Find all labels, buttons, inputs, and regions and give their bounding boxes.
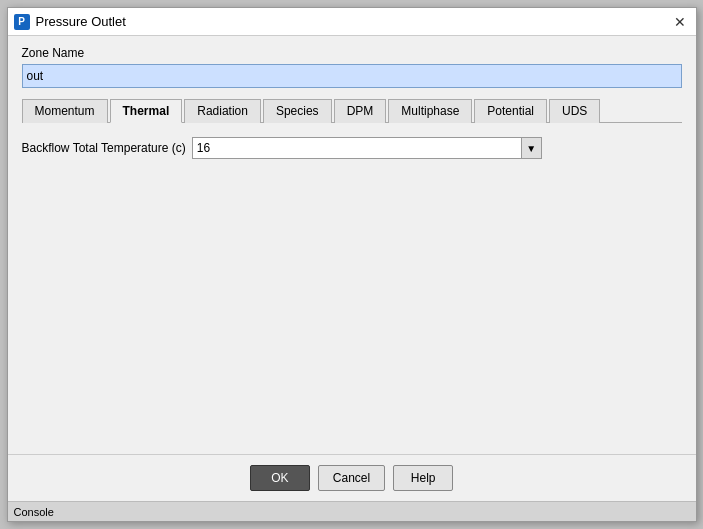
tab-potential[interactable]: Potential xyxy=(474,99,547,123)
backflow-temperature-row: Backflow Total Temperature (c) ▼ xyxy=(22,137,682,159)
tab-dpm[interactable]: DPM xyxy=(334,99,387,123)
tab-species[interactable]: Species xyxy=(263,99,332,123)
zone-name-label: Zone Name xyxy=(22,46,682,60)
dialog-icon: P xyxy=(14,14,30,30)
title-bar-left: P Pressure Outlet xyxy=(14,14,126,30)
close-button[interactable]: ✕ xyxy=(670,12,690,32)
title-bar: P Pressure Outlet ✕ xyxy=(8,8,696,36)
tab-thermal[interactable]: Thermal xyxy=(110,99,183,123)
tab-radiation[interactable]: Radiation xyxy=(184,99,261,123)
backflow-temperature-label: Backflow Total Temperature (c) xyxy=(22,141,186,155)
ok-button[interactable]: OK xyxy=(250,465,310,491)
backflow-temperature-input[interactable] xyxy=(192,137,522,159)
dialog-footer: OK Cancel Help xyxy=(8,454,696,501)
dialog-body: Zone Name Momentum Thermal Radiation Spe… xyxy=(8,36,696,454)
tab-multiphase[interactable]: Multiphase xyxy=(388,99,472,123)
tab-momentum[interactable]: Momentum xyxy=(22,99,108,123)
backflow-temperature-input-wrapper: ▼ xyxy=(192,137,682,159)
cancel-button[interactable]: Cancel xyxy=(318,465,385,491)
zone-name-input[interactable] xyxy=(22,64,682,88)
bottom-bar-label: Console xyxy=(14,506,54,518)
content-area xyxy=(22,159,682,444)
dialog-title: Pressure Outlet xyxy=(36,14,126,29)
tab-uds[interactable]: UDS xyxy=(549,99,600,123)
pressure-outlet-dialog: P Pressure Outlet ✕ Zone Name Momentum T… xyxy=(7,7,697,522)
backflow-temperature-dropdown[interactable]: ▼ xyxy=(522,137,542,159)
tab-bar: Momentum Thermal Radiation Species DPM M… xyxy=(22,98,682,123)
bottom-bar: Console xyxy=(8,501,696,521)
help-button[interactable]: Help xyxy=(393,465,453,491)
